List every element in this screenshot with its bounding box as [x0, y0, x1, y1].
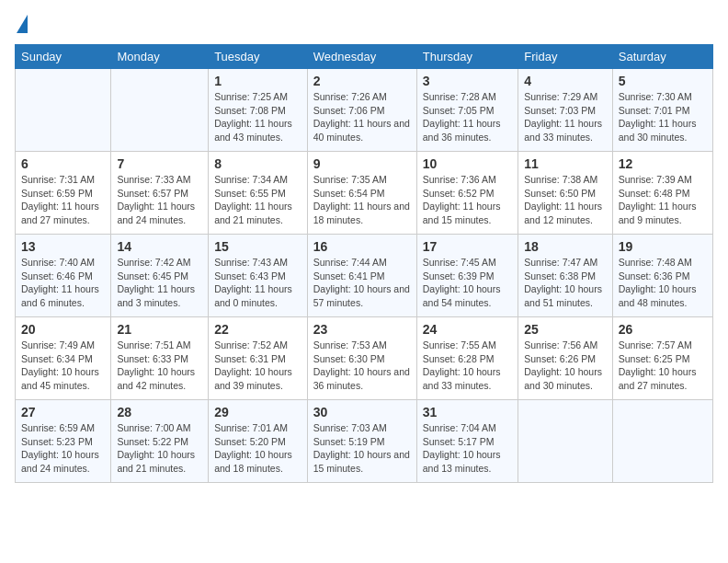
day-info: Sunrise: 7:30 AMSunset: 7:01 PMDaylight:… — [619, 90, 707, 144]
day-info: Sunrise: 7:00 AMSunset: 5:22 PMDaylight:… — [117, 421, 202, 476]
header-row: SundayMondayTuesdayWednesdayThursdayFrid… — [16, 45, 713, 69]
day-info: Sunrise: 7:31 AMSunset: 6:59 PMDaylight:… — [21, 173, 105, 227]
calendar-cell: 12Sunrise: 7:39 AMSunset: 6:48 PMDayligh… — [612, 152, 712, 235]
day-number: 8 — [214, 156, 301, 171]
day-number: 20 — [21, 322, 105, 337]
week-row-4: 20Sunrise: 7:49 AMSunset: 6:34 PMDayligh… — [16, 317, 713, 400]
calendar-cell — [16, 69, 111, 152]
day-info: Sunrise: 7:04 AMSunset: 5:17 PMDaylight:… — [423, 421, 512, 476]
day-number: 14 — [117, 239, 202, 254]
calendar-cell: 9Sunrise: 7:35 AMSunset: 6:54 PMDaylight… — [307, 152, 416, 235]
week-row-2: 6Sunrise: 7:31 AMSunset: 6:59 PMDaylight… — [16, 152, 713, 235]
calendar-cell: 29Sunrise: 7:01 AMSunset: 5:20 PMDayligh… — [209, 400, 308, 483]
day-number: 16 — [313, 239, 411, 254]
day-number: 29 — [214, 405, 301, 419]
day-info: Sunrise: 7:03 AMSunset: 5:19 PMDaylight:… — [313, 421, 411, 476]
calendar-cell: 28Sunrise: 7:00 AMSunset: 5:22 PMDayligh… — [111, 400, 209, 483]
day-number: 3 — [423, 74, 512, 88]
day-info: Sunrise: 7:57 AMSunset: 6:25 PMDaylight:… — [619, 339, 707, 393]
day-number: 5 — [619, 74, 707, 88]
week-row-3: 13Sunrise: 7:40 AMSunset: 6:46 PMDayligh… — [16, 235, 713, 317]
day-number: 19 — [619, 239, 707, 254]
day-number: 10 — [423, 156, 512, 171]
calendar-cell: 21Sunrise: 7:51 AMSunset: 6:33 PMDayligh… — [111, 317, 209, 400]
calendar-cell — [518, 400, 612, 483]
logo-triangle-icon — [17, 15, 28, 33]
header-cell-monday: Monday — [111, 45, 209, 69]
calendar-cell: 6Sunrise: 7:31 AMSunset: 6:59 PMDaylight… — [16, 152, 111, 235]
calendar-cell: 13Sunrise: 7:40 AMSunset: 6:46 PMDayligh… — [16, 235, 111, 317]
day-number: 31 — [423, 405, 512, 419]
day-info: Sunrise: 7:44 AMSunset: 6:41 PMDaylight:… — [313, 256, 411, 310]
day-info: Sunrise: 7:35 AMSunset: 6:54 PMDaylight:… — [313, 173, 411, 227]
day-info: Sunrise: 7:40 AMSunset: 6:46 PMDaylight:… — [21, 256, 105, 310]
calendar-cell: 10Sunrise: 7:36 AMSunset: 6:52 PMDayligh… — [416, 152, 518, 235]
day-info: Sunrise: 7:34 AMSunset: 6:55 PMDaylight:… — [214, 173, 301, 227]
day-info: Sunrise: 6:59 AMSunset: 5:23 PMDaylight:… — [21, 421, 105, 476]
day-info: Sunrise: 7:47 AMSunset: 6:38 PMDaylight:… — [524, 256, 606, 310]
day-number: 22 — [214, 322, 301, 337]
calendar-cell: 20Sunrise: 7:49 AMSunset: 6:34 PMDayligh… — [16, 317, 111, 400]
calendar-cell — [612, 400, 712, 483]
calendar-table: SundayMondayTuesdayWednesdayThursdayFrid… — [15, 44, 713, 483]
day-number: 17 — [423, 239, 512, 254]
calendar-cell: 31Sunrise: 7:04 AMSunset: 5:17 PMDayligh… — [416, 400, 518, 483]
day-info: Sunrise: 7:36 AMSunset: 6:52 PMDaylight:… — [423, 173, 512, 227]
header-cell-thursday: Thursday — [416, 45, 518, 69]
calendar-cell: 22Sunrise: 7:52 AMSunset: 6:31 PMDayligh… — [209, 317, 308, 400]
header-cell-wednesday: Wednesday — [307, 45, 416, 69]
calendar-cell: 4Sunrise: 7:29 AMSunset: 7:03 PMDaylight… — [518, 69, 612, 152]
calendar-cell: 16Sunrise: 7:44 AMSunset: 6:41 PMDayligh… — [307, 235, 416, 317]
day-info: Sunrise: 7:42 AMSunset: 6:45 PMDaylight:… — [117, 256, 202, 310]
calendar-cell: 15Sunrise: 7:43 AMSunset: 6:43 PMDayligh… — [209, 235, 308, 317]
day-info: Sunrise: 7:48 AMSunset: 6:36 PMDaylight:… — [619, 256, 707, 310]
day-number: 28 — [117, 405, 202, 419]
day-info: Sunrise: 7:25 AMSunset: 7:08 PMDaylight:… — [214, 90, 301, 144]
calendar-cell: 7Sunrise: 7:33 AMSunset: 6:57 PMDaylight… — [111, 152, 209, 235]
calendar-cell: 1Sunrise: 7:25 AMSunset: 7:08 PMDaylight… — [209, 69, 308, 152]
day-info: Sunrise: 7:38 AMSunset: 6:50 PMDaylight:… — [524, 173, 606, 227]
day-info: Sunrise: 7:29 AMSunset: 7:03 PMDaylight:… — [524, 90, 606, 144]
day-info: Sunrise: 7:49 AMSunset: 6:34 PMDaylight:… — [21, 339, 105, 393]
day-info: Sunrise: 7:33 AMSunset: 6:57 PMDaylight:… — [117, 173, 202, 227]
day-number: 26 — [619, 322, 707, 337]
week-row-5: 27Sunrise: 6:59 AMSunset: 5:23 PMDayligh… — [16, 400, 713, 483]
day-info: Sunrise: 7:39 AMSunset: 6:48 PMDaylight:… — [619, 173, 707, 227]
day-number: 9 — [313, 156, 411, 171]
day-number: 23 — [313, 322, 411, 337]
day-number: 7 — [117, 156, 202, 171]
day-number: 11 — [524, 156, 606, 171]
day-number: 2 — [313, 74, 411, 88]
calendar-cell: 25Sunrise: 7:56 AMSunset: 6:26 PMDayligh… — [518, 317, 612, 400]
day-number: 6 — [21, 156, 105, 171]
calendar-cell: 17Sunrise: 7:45 AMSunset: 6:39 PMDayligh… — [416, 235, 518, 317]
day-info: Sunrise: 7:55 AMSunset: 6:28 PMDaylight:… — [423, 339, 512, 393]
day-number: 1 — [214, 74, 301, 88]
calendar-cell: 19Sunrise: 7:48 AMSunset: 6:36 PMDayligh… — [612, 235, 712, 317]
day-number: 30 — [313, 405, 411, 419]
day-info: Sunrise: 7:01 AMSunset: 5:20 PMDaylight:… — [214, 421, 301, 476]
day-info: Sunrise: 7:53 AMSunset: 6:30 PMDaylight:… — [313, 339, 411, 393]
header-cell-sunday: Sunday — [16, 45, 111, 69]
calendar-cell: 11Sunrise: 7:38 AMSunset: 6:50 PMDayligh… — [518, 152, 612, 235]
day-number: 4 — [524, 74, 606, 88]
header-cell-tuesday: Tuesday — [209, 45, 308, 69]
day-number: 18 — [524, 239, 606, 254]
day-info: Sunrise: 7:52 AMSunset: 6:31 PMDaylight:… — [214, 339, 301, 393]
day-number: 24 — [423, 322, 512, 337]
calendar-cell: 5Sunrise: 7:30 AMSunset: 7:01 PMDaylight… — [612, 69, 712, 152]
day-info: Sunrise: 7:28 AMSunset: 7:05 PMDaylight:… — [423, 90, 512, 144]
week-row-1: 1Sunrise: 7:25 AMSunset: 7:08 PMDaylight… — [16, 69, 713, 152]
day-info: Sunrise: 7:51 AMSunset: 6:33 PMDaylight:… — [117, 339, 202, 393]
calendar-cell: 23Sunrise: 7:53 AMSunset: 6:30 PMDayligh… — [307, 317, 416, 400]
page-header — [15, 15, 713, 33]
day-info: Sunrise: 7:26 AMSunset: 7:06 PMDaylight:… — [313, 90, 411, 144]
day-number: 25 — [524, 322, 606, 337]
logo — [15, 15, 28, 33]
calendar-cell: 14Sunrise: 7:42 AMSunset: 6:45 PMDayligh… — [111, 235, 209, 317]
day-number: 21 — [117, 322, 202, 337]
day-number: 13 — [21, 239, 105, 254]
day-info: Sunrise: 7:43 AMSunset: 6:43 PMDaylight:… — [214, 256, 301, 310]
calendar-cell: 26Sunrise: 7:57 AMSunset: 6:25 PMDayligh… — [612, 317, 712, 400]
day-number: 12 — [619, 156, 707, 171]
